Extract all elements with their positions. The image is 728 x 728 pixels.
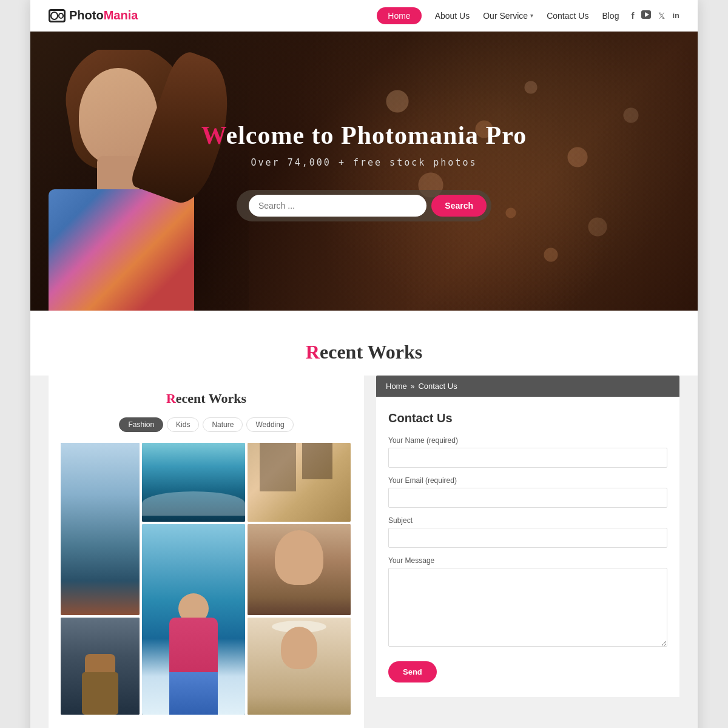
panel-title: Recent Works [61,391,352,406]
contact-form: Contact Us Your Name (required) Your Ema… [376,397,679,697]
subject-input[interactable] [388,528,667,548]
photo-cell-5 [248,524,351,615]
filter-tab-nature[interactable]: Nature [203,417,243,432]
email-input[interactable] [388,488,667,508]
search-button[interactable]: Search [431,195,487,217]
name-input[interactable] [388,448,667,468]
breadcrumb-home[interactable]: Home [386,382,407,391]
filter-tab-wedding[interactable]: Wedding [246,417,293,432]
breadcrumb-current: Contact Us [418,382,457,391]
hero-title: Welcome to Photomania Pro [201,121,527,150]
hero-subtitle: Over 74,000 + free stock photos [201,157,527,168]
hero-search-bar: Search [237,190,491,221]
name-label: Your Name (required) [388,436,667,445]
nav-item-service[interactable]: Our Service ▾ [483,11,533,21]
photo-cell-4 [142,524,245,715]
photo-cell-2 [142,443,245,522]
logo-text: PhotoMania [69,8,138,22]
nav-item-home[interactable]: Home [377,10,421,21]
section-title: Recent Works [49,341,679,363]
subject-label: Subject [388,516,667,525]
message-textarea[interactable] [388,568,667,647]
nav-item-blog[interactable]: Blog [602,10,619,21]
content-area: Recent Works Fashion Kids Nature Wedding [30,376,698,728]
recent-works-heading-section: Recent Works [30,311,698,376]
name-field-group: Your Name (required) [388,436,667,468]
logo-icon [49,9,66,22]
email-label: Your Email (required) [388,476,667,485]
filter-tabs: Fashion Kids Nature Wedding [61,417,352,432]
linkedin-icon[interactable]: in [672,11,679,20]
email-field-group: Your Email (required) [388,476,667,508]
navbar: PhotoMania Home About Us Our Service ▾ C… [30,0,698,32]
chevron-down-icon: ▾ [530,12,533,19]
message-label: Your Message [388,556,667,565]
facebook-icon[interactable]: f [631,10,634,21]
breadcrumb-bar: Home » Contact Us [376,376,679,397]
photo-cell-1 [61,443,140,615]
left-panel: Recent Works Fashion Kids Nature Wedding [49,376,364,728]
photo-cell-3 [248,443,351,522]
hero-content: Welcome to Photomania Pro Over 74,000 + … [189,121,539,221]
subject-field-group: Subject [388,516,667,548]
send-button[interactable]: Send [388,661,437,682]
message-field-group: Your Message [388,556,667,649]
nav-item-about[interactable]: About Us [435,10,470,21]
nav-item-contact[interactable]: Contact Us [547,10,588,21]
photo-grid [61,443,352,715]
breadcrumb-separator: » [411,382,415,391]
hero-section: Welcome to Photomania Pro Over 74,000 + … [30,32,698,311]
photo-cell-7 [248,618,351,715]
right-panel: Home » Contact Us Contact Us Your Name (… [376,376,679,697]
photo-cell-6 [61,618,140,715]
contact-title: Contact Us [388,411,667,425]
filter-tab-fashion[interactable]: Fashion [119,417,163,432]
search-input[interactable] [249,195,426,217]
social-icons: f 𝕏 in [631,10,679,21]
nav-links: Home About Us Our Service ▾ Contact Us B… [377,10,619,21]
logo[interactable]: PhotoMania [49,8,138,22]
youtube-icon[interactable] [641,10,651,21]
twitter-icon[interactable]: 𝕏 [658,11,665,21]
filter-tab-kids[interactable]: Kids [167,417,199,432]
